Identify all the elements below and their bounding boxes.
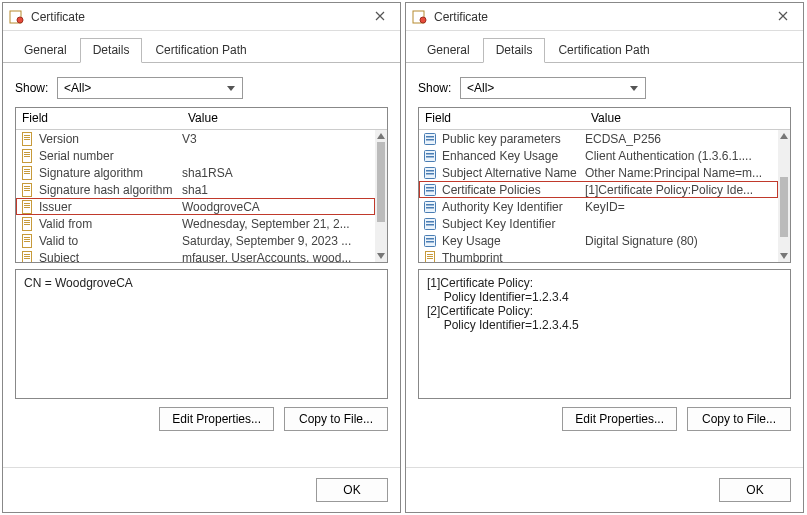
extension-icon — [423, 148, 439, 164]
field-value: Other Name:Principal Name=m... — [585, 166, 778, 180]
svg-rect-15 — [24, 186, 30, 187]
svg-rect-33 — [24, 258, 30, 259]
svg-rect-56 — [426, 241, 434, 243]
list-row[interactable]: Valid toSaturday, September 9, 2023 ... — [16, 232, 375, 249]
list-row[interactable]: IssuerWoodgroveCA — [16, 198, 375, 215]
header-field[interactable]: Field — [419, 108, 585, 129]
ok-button[interactable]: OK — [316, 478, 388, 502]
svg-rect-29 — [24, 241, 30, 242]
list-row[interactable]: Serial number — [16, 147, 375, 164]
extension-icon — [423, 131, 439, 147]
list-header: Field Value — [419, 108, 790, 130]
scroll-down-arrow[interactable] — [375, 250, 387, 262]
property-icon — [423, 250, 439, 263]
close-button[interactable] — [364, 6, 396, 28]
svg-rect-31 — [24, 254, 30, 255]
scrollbar[interactable] — [375, 130, 387, 262]
svg-rect-53 — [426, 224, 434, 226]
scrollbar[interactable] — [778, 130, 790, 262]
header-value[interactable]: Value — [585, 108, 790, 129]
field-name: Signature hash algorithm — [39, 183, 182, 197]
svg-rect-17 — [24, 190, 30, 191]
show-dropdown[interactable]: <All> — [460, 77, 646, 99]
scroll-thumb[interactable] — [377, 142, 385, 222]
svg-rect-59 — [427, 256, 433, 257]
list-row[interactable]: Signature algorithmsha1RSA — [16, 164, 375, 181]
tab-general[interactable]: General — [414, 38, 483, 63]
field-name: Signature algorithm — [39, 166, 182, 180]
svg-rect-41 — [426, 156, 434, 158]
field-value: mfauser, UserAccounts, wood... — [182, 251, 375, 263]
extension-icon — [423, 216, 439, 232]
scroll-up-arrow[interactable] — [778, 130, 790, 142]
field-value: Saturday, September 9, 2023 ... — [182, 234, 375, 248]
scroll-down-arrow[interactable] — [778, 250, 790, 262]
detail-textbox[interactable]: CN = WoodgroveCA — [15, 269, 388, 399]
svg-rect-11 — [24, 169, 30, 170]
list-row[interactable]: Certificate Policies[1]Certificate Polic… — [419, 181, 778, 198]
svg-rect-24 — [24, 222, 30, 223]
tab-details[interactable]: Details — [483, 38, 546, 63]
svg-rect-49 — [426, 204, 434, 206]
detail-textbox[interactable]: [1]Certificate Policy: Policy Identifier… — [418, 269, 791, 399]
edit-properties-button[interactable]: Edit Properties... — [159, 407, 274, 431]
scroll-track[interactable] — [375, 142, 387, 250]
list-row[interactable]: Subject Key Identifier — [419, 215, 778, 232]
svg-rect-4 — [24, 137, 30, 138]
svg-rect-58 — [427, 254, 433, 255]
tab-certification-path[interactable]: Certification Path — [142, 38, 259, 63]
field-name: Enhanced Key Usage — [442, 149, 585, 163]
svg-point-35 — [420, 17, 426, 23]
field-list[interactable]: Field Value Public key parametersECDSA_P… — [418, 107, 791, 263]
field-value: Client Authentication (1.3.6.1.... — [585, 149, 778, 163]
property-icon — [20, 199, 36, 215]
svg-rect-9 — [24, 156, 30, 157]
tab-general[interactable]: General — [11, 38, 80, 63]
list-row[interactable]: Authority Key IdentifierKeyID= — [419, 198, 778, 215]
show-label: Show: — [418, 81, 460, 95]
scroll-track[interactable] — [778, 142, 790, 250]
edit-properties-button[interactable]: Edit Properties... — [562, 407, 677, 431]
svg-rect-50 — [426, 207, 434, 209]
property-icon — [20, 250, 36, 263]
svg-rect-28 — [24, 239, 30, 240]
svg-rect-47 — [426, 190, 434, 192]
header-value[interactable]: Value — [182, 108, 387, 129]
scroll-thumb[interactable] — [780, 177, 788, 237]
ok-button[interactable]: OK — [719, 478, 791, 502]
list-row[interactable]: Key UsageDigital Signature (80) — [419, 232, 778, 249]
svg-rect-21 — [24, 207, 30, 208]
copy-to-file-button[interactable]: Copy to File... — [284, 407, 388, 431]
list-row[interactable]: Public key parametersECDSA_P256 — [419, 130, 778, 147]
header-field[interactable]: Field — [16, 108, 182, 129]
list-row[interactable]: Valid fromWednesday, September 21, 2... — [16, 215, 375, 232]
svg-rect-25 — [24, 224, 30, 225]
list-row[interactable]: VersionV3 — [16, 130, 375, 147]
copy-to-file-button[interactable]: Copy to File... — [687, 407, 791, 431]
list-row[interactable]: Enhanced Key UsageClient Authentication … — [419, 147, 778, 164]
svg-rect-3 — [24, 135, 30, 136]
svg-rect-44 — [426, 173, 434, 175]
list-row[interactable]: Thumbprint — [419, 249, 778, 262]
list-row[interactable]: Signature hash algorithmsha1 — [16, 181, 375, 198]
titlebar: Certificate — [406, 3, 803, 31]
list-row[interactable]: Subject Alternative NameOther Name:Princ… — [419, 164, 778, 181]
field-name: Key Usage — [442, 234, 585, 248]
list-row[interactable]: Subjectmfauser, UserAccounts, wood... — [16, 249, 375, 262]
field-list[interactable]: Field Value VersionV3Serial numberSignat… — [15, 107, 388, 263]
field-name: Authority Key Identifier — [442, 200, 585, 214]
show-dropdown[interactable]: <All> — [57, 77, 243, 99]
field-name: Subject Key Identifier — [442, 217, 585, 231]
svg-rect-52 — [426, 221, 434, 223]
field-value: sha1 — [182, 183, 375, 197]
svg-rect-16 — [24, 188, 30, 189]
svg-rect-23 — [24, 220, 30, 221]
scroll-up-arrow[interactable] — [375, 130, 387, 142]
show-label: Show: — [15, 81, 57, 95]
tab-details[interactable]: Details — [80, 38, 143, 63]
certificate-dialog-left: Certificate General Details Certificatio… — [2, 2, 401, 513]
tab-certification-path[interactable]: Certification Path — [545, 38, 662, 63]
show-value: <All> — [64, 81, 91, 95]
close-button[interactable] — [767, 6, 799, 28]
field-name: Certificate Policies — [442, 183, 585, 197]
